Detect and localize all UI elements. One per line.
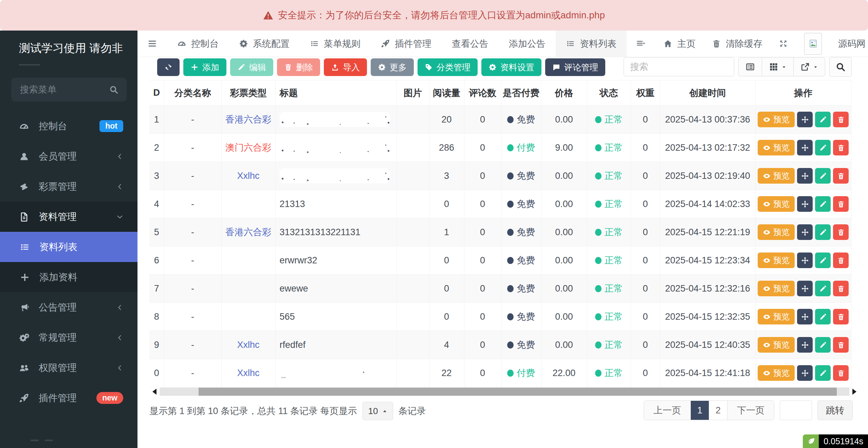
edit-row-button[interactable] <box>815 253 831 268</box>
edit-row-button[interactable] <box>815 281 831 296</box>
data-settings-button[interactable]: 资料设置 <box>481 58 541 76</box>
move-button[interactable] <box>797 253 813 268</box>
nav-source-site[interactable]: 源码网 <box>830 31 868 57</box>
scroll-left-button[interactable] <box>149 388 160 396</box>
jump-button[interactable]: 跳转 <box>817 400 853 420</box>
edit-row-button[interactable] <box>815 140 831 155</box>
delete-row-button[interactable] <box>833 253 849 268</box>
search-icon[interactable] <box>109 85 118 94</box>
plus-icon <box>190 63 199 71</box>
preview-button[interactable]: 预览 <box>758 168 795 184</box>
sidebar-item-general[interactable]: 常规管理 <box>0 322 137 353</box>
sidebar-item-console[interactable]: 控制台hot <box>0 111 137 141</box>
preview-button[interactable]: 预览 <box>758 253 795 268</box>
edit-row-button[interactable] <box>815 224 831 240</box>
edit-row-button[interactable] <box>815 168 831 184</box>
delete-row-button[interactable] <box>833 112 849 127</box>
nav-clear-cache[interactable]: 清除缓存 <box>704 31 771 57</box>
edit-row-button[interactable] <box>815 309 831 324</box>
nav-system-config[interactable]: 系统配置 <box>229 31 300 57</box>
lottery-type-link[interactable]: Xxlhc <box>237 171 259 181</box>
import-button[interactable]: 导入 <box>324 58 367 76</box>
columns-button[interactable] <box>762 58 793 76</box>
delete-button[interactable]: 删除 <box>277 58 320 76</box>
nav-collapse[interactable] <box>137 31 167 57</box>
delete-row-button[interactable] <box>833 337 849 353</box>
preview-button[interactable]: 预览 <box>758 365 795 381</box>
preview-button[interactable]: 预览 <box>758 337 795 353</box>
nav-avatar[interactable] <box>796 31 830 57</box>
sidebar-item-data-list[interactable]: 资料列表 <box>0 232 137 262</box>
lottery-type-link[interactable]: 香港六合彩 <box>225 114 271 125</box>
lottery-type-link[interactable]: Xxlhc <box>237 368 259 378</box>
move-button[interactable] <box>797 281 813 296</box>
preview-button[interactable]: 预览 <box>758 309 795 324</box>
menu-search-input[interactable] <box>19 84 109 95</box>
page-button-1[interactable]: 1 <box>690 401 709 420</box>
edit-row-button[interactable] <box>815 365 831 381</box>
nav-console[interactable]: 控制台 <box>167 31 229 57</box>
preview-button[interactable]: 预览 <box>758 196 795 212</box>
nav-fullscreen[interactable] <box>771 31 796 57</box>
add-button[interactable]: 添加 <box>183 58 226 76</box>
move-button[interactable] <box>797 309 813 324</box>
move-button[interactable] <box>797 196 813 212</box>
delete-row-button[interactable] <box>833 309 849 324</box>
nav-tabs-dropdown[interactable] <box>627 31 655 57</box>
preview-button[interactable]: 预览 <box>758 112 795 127</box>
nav-menu-rules[interactable]: 菜单规则 <box>300 31 371 57</box>
nav-plugin-manage[interactable]: 插件管理 <box>371 31 442 57</box>
move-button[interactable] <box>797 112 813 127</box>
move-button[interactable] <box>797 365 813 381</box>
preview-button[interactable]: 预览 <box>758 224 795 240</box>
move-button[interactable] <box>797 224 813 240</box>
table-search-input[interactable] <box>624 57 734 76</box>
move-button[interactable] <box>797 168 813 184</box>
edit-button[interactable]: 编辑 <box>230 58 273 76</box>
sidebar-item-data-manage[interactable]: 资料管理 <box>0 202 137 232</box>
search-button[interactable] <box>829 57 852 77</box>
delete-row-button[interactable] <box>833 224 849 240</box>
paid-dot <box>507 229 514 236</box>
scrollbar-thumb[interactable] <box>199 388 837 396</box>
preview-button[interactable]: 预览 <box>758 140 795 155</box>
page-size-select[interactable]: 10 <box>363 402 393 420</box>
category-manage-button[interactable]: 分类管理 <box>418 58 478 76</box>
sidebar-item-notice[interactable]: 公告管理 <box>0 292 137 322</box>
sidebar-item-plugins[interactable]: 插件管理new <box>0 383 137 413</box>
page-button-2[interactable]: 2 <box>709 401 727 420</box>
delete-row-button[interactable] <box>833 281 849 296</box>
refresh-button[interactable] <box>157 58 180 76</box>
scroll-right-button[interactable] <box>849 388 860 396</box>
comment-manage-button[interactable]: 评论管理 <box>545 58 605 76</box>
scrollbar-track[interactable] <box>160 388 849 396</box>
nav-data-list-tab[interactable]: 资料列表 <box>556 31 627 57</box>
lottery-type-link[interactable]: 澳门六合彩 <box>225 143 271 153</box>
edit-row-button[interactable] <box>815 337 831 353</box>
trace-toggle[interactable] <box>803 434 819 448</box>
nav-home[interactable]: 主页 <box>655 31 704 57</box>
sidebar-item-members[interactable]: 会员管理 <box>0 141 137 171</box>
nav-view-notice[interactable]: 查看公告 <box>442 31 499 57</box>
nav-add-notice[interactable]: 添加公告 <box>499 31 556 57</box>
sidebar-item-permission[interactable]: 权限管理 <box>0 353 137 383</box>
next-page-button[interactable]: 下一页 <box>727 401 774 420</box>
prev-page-button[interactable]: 上一页 <box>644 401 690 420</box>
edit-row-button[interactable] <box>815 112 831 127</box>
delete-row-button[interactable] <box>833 365 849 381</box>
move-button[interactable] <box>797 140 813 155</box>
edit-row-button[interactable] <box>815 196 831 212</box>
delete-row-button[interactable] <box>833 140 849 155</box>
lottery-type-link[interactable]: Xxlhc <box>237 340 259 350</box>
sidebar-item-data-add[interactable]: 添加资料 <box>0 262 137 292</box>
move-button[interactable] <box>797 337 813 353</box>
more-button[interactable]: 更多 <box>371 58 414 76</box>
preview-button[interactable]: 预览 <box>758 281 795 296</box>
lottery-type-link[interactable]: 香港六合彩 <box>225 227 271 237</box>
delete-row-button[interactable] <box>833 196 849 212</box>
detail-view-button[interactable] <box>739 58 762 76</box>
jump-page-input[interactable] <box>780 400 812 420</box>
export-button[interactable] <box>793 58 825 76</box>
delete-row-button[interactable] <box>833 168 849 184</box>
sidebar-item-lottery[interactable]: 彩票管理 <box>0 171 137 202</box>
